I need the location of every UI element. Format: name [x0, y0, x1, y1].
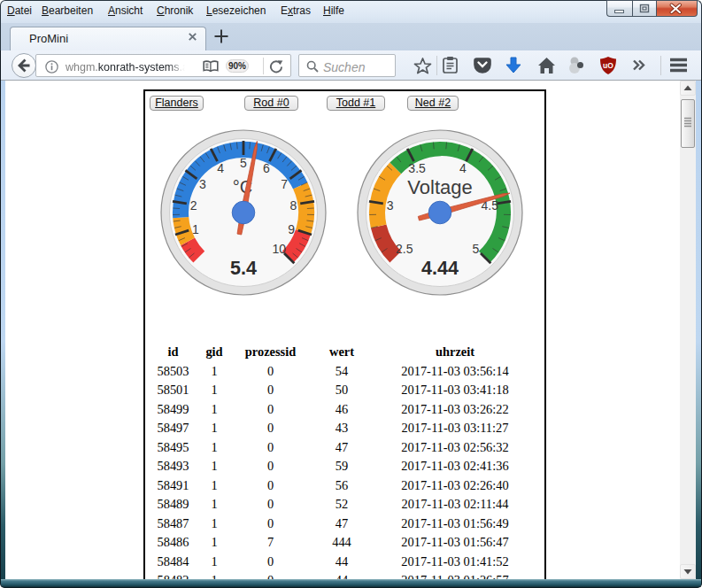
svg-text:10: 10 — [273, 242, 287, 256]
svg-text:2: 2 — [190, 198, 197, 213]
svg-text:1: 1 — [192, 222, 199, 236]
svg-text:Voltage: Voltage — [407, 176, 472, 198]
svg-text:2.5: 2.5 — [396, 242, 413, 256]
svg-text:5: 5 — [240, 156, 247, 170]
svg-text:9: 9 — [288, 222, 295, 236]
svg-text:7: 7 — [281, 177, 288, 191]
svg-text:3: 3 — [387, 198, 394, 213]
svg-text:4: 4 — [217, 161, 224, 175]
svg-text:8: 8 — [289, 198, 297, 213]
svg-text:uO: uO — [603, 61, 613, 70]
svg-text:3: 3 — [199, 177, 206, 191]
svg-text:4.44: 4.44 — [421, 258, 459, 279]
svg-text:5.4: 5.4 — [230, 258, 257, 279]
svg-text:3.5: 3.5 — [408, 161, 426, 175]
svg-text:5: 5 — [472, 242, 479, 256]
svg-text:6: 6 — [263, 161, 270, 175]
svg-text:4: 4 — [459, 161, 467, 175]
